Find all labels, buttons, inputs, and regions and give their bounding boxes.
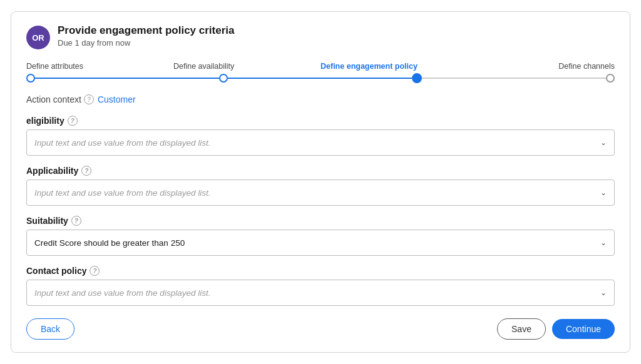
applicability-dropdown[interactable]: Input text and use value from the displa… (26, 179, 615, 206)
contact-policy-dropdown[interactable]: Input text and use value from the displa… (26, 280, 615, 306)
step-label-2: Define availability (173, 62, 320, 71)
track-segment-3 (422, 78, 606, 79)
suitability-dropdown[interactable]: Credit Score should be greater than 250 … (26, 230, 615, 256)
track-segment-2 (228, 78, 412, 79)
page-subtitle: Due 1 day from now (58, 38, 234, 48)
step-label-4: Define channels (468, 62, 615, 71)
avatar: OR (26, 26, 50, 49)
contact-policy-placeholder: Input text and use value from the displa… (34, 288, 600, 298)
applicability-chevron-icon: ⌄ (600, 188, 607, 197)
eligibility-dropdown[interactable]: Input text and use value from the displa… (26, 129, 615, 156)
step-circle-2 (219, 74, 228, 83)
action-context-label: Action context (26, 94, 81, 104)
contact-policy-help-icon[interactable]: ? (90, 266, 100, 276)
contact-policy-chevron-icon: ⌄ (600, 288, 607, 297)
action-context-help-icon[interactable]: ? (84, 94, 94, 104)
step-circle-1 (26, 74, 35, 83)
header-text: Provide engagement policy criteria Due 1… (58, 24, 234, 48)
suitability-value: Credit Score should be greater than 250 (34, 238, 600, 248)
eligibility-section: eligibility ? Input text and use value f… (26, 116, 615, 156)
stepper-track (26, 73, 615, 83)
form: eligibility ? Input text and use value f… (26, 116, 615, 306)
eligibility-label: eligibility ? (26, 116, 615, 126)
applicability-help-icon[interactable]: ? (81, 166, 91, 176)
continue-button[interactable]: Continue (552, 319, 615, 339)
suitability-section: Suitability ? Credit Score should be gre… (26, 216, 615, 256)
action-context: Action context ? Customer (26, 94, 615, 104)
applicability-placeholder: Input text and use value from the displa… (34, 188, 600, 198)
stepper-labels: Define attributes Define availability De… (26, 62, 615, 71)
page-title: Provide engagement policy criteria (58, 24, 234, 37)
suitability-help-icon[interactable]: ? (71, 216, 81, 226)
stepper: Define attributes Define availability De… (26, 62, 615, 83)
contact-policy-section: Contact policy ? Input text and use valu… (26, 266, 615, 306)
suitability-label: Suitability ? (26, 216, 615, 226)
step-circle-3 (412, 73, 422, 83)
main-card: OR Provide engagement policy criteria Du… (11, 11, 630, 353)
track-segment-1 (35, 78, 219, 79)
action-context-value: Customer (98, 94, 136, 104)
header: OR Provide engagement policy criteria Du… (26, 24, 615, 49)
step-label-1: Define attributes (26, 62, 173, 71)
suitability-chevron-icon: ⌄ (600, 238, 607, 247)
save-button[interactable]: Save (497, 318, 546, 340)
applicability-label: Applicability ? (26, 166, 615, 176)
footer-right: Save Continue (497, 318, 615, 340)
eligibility-chevron-icon: ⌄ (600, 138, 607, 147)
footer: Back Save Continue (26, 318, 615, 340)
contact-policy-label: Contact policy ? (26, 266, 615, 276)
applicability-section: Applicability ? Input text and use value… (26, 166, 615, 206)
eligibility-help-icon[interactable]: ? (68, 116, 78, 126)
back-button[interactable]: Back (26, 318, 74, 340)
step-label-3: Define engagement policy (320, 62, 468, 71)
step-circle-4 (606, 74, 615, 83)
eligibility-placeholder: Input text and use value from the displa… (34, 138, 600, 148)
